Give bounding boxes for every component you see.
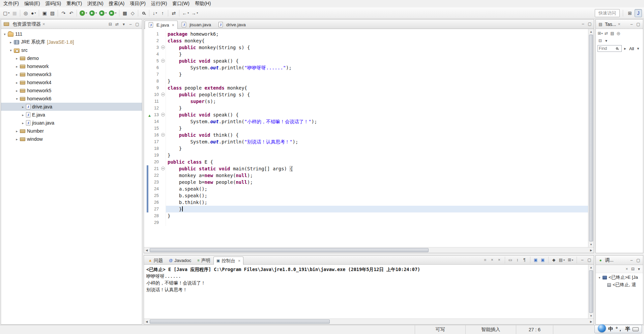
next-annotation-button[interactable]: ↷ [60, 9, 67, 17]
tree-item[interactable]: ▸JRE 系统库 [JavaSE-1.8] [1, 38, 142, 46]
remove-all-terminated-button[interactable]: × [496, 257, 502, 263]
ime-globe-icon[interactable] [598, 324, 606, 332]
external-tools-button[interactable]: ●▾ [30, 9, 37, 17]
scroll-up-icon[interactable]: ▲ [588, 29, 594, 34]
code-text[interactable]: super(s); [166, 98, 588, 105]
scroll-left-icon[interactable]: ◀ [144, 247, 149, 253]
minimize-button[interactable]: – [580, 21, 586, 27]
menu-item[interactable]: 文件(F) [1, 0, 22, 7]
console-vertical-scrollbar[interactable]: ▲ ▼ [588, 265, 594, 319]
fold-collapse-icon[interactable] [161, 93, 165, 96]
show-stdout-changed-button[interactable]: ▣ [533, 257, 539, 263]
link-with-editor-button[interactable]: ⇄ [170, 9, 177, 17]
back-button[interactable]: ←▾ [181, 9, 190, 17]
close-icon[interactable]: × [42, 22, 45, 27]
maximize-button[interactable]: ▢ [636, 257, 641, 263]
code-text[interactable]: b.speak(); [166, 192, 588, 199]
fold-collapse-icon[interactable] [161, 113, 165, 116]
open-console-button[interactable]: ⊞▾ [567, 257, 574, 263]
tree-item[interactable]: ▸homework5 [1, 87, 142, 95]
menu-item[interactable]: 编辑(E) [22, 0, 43, 7]
minimize-button[interactable]: – [629, 257, 634, 263]
next-edit-location-button[interactable]: ↓▾ [151, 9, 158, 17]
menu-item[interactable]: 重构(T) [64, 0, 85, 7]
debug-tree-item[interactable]: <已终止, 退 [596, 281, 643, 289]
console-tab[interactable]: ≡声明 [194, 256, 213, 264]
menu-item[interactable]: 源码(S) [43, 0, 64, 7]
new-java-project-button[interactable]: ▩ [121, 9, 128, 17]
code-lines[interactable]: 1package homework6;2class monkey{3 publi… [144, 29, 588, 247]
scroll-lock-button[interactable]: ↕ [515, 257, 521, 263]
scroll-right-icon[interactable]: ▶ [588, 247, 594, 253]
editor-horizontal-scrollbar[interactable]: ◀ ▶ [144, 247, 594, 253]
view-menu-button[interactable]: ▾ [604, 38, 609, 44]
tree-expand-icon[interactable]: ▸ [14, 65, 19, 68]
dropdown-arrow-icon[interactable]: ▾ [563, 259, 565, 262]
minimize-button[interactable]: – [629, 21, 634, 27]
collapse-all-button[interactable]: ⊟ [597, 38, 603, 44]
menu-item[interactable]: 运行(R) [148, 0, 170, 7]
skip-all-breakpoints-button[interactable]: ◎ [22, 9, 29, 17]
pin-console-button[interactable]: ◆ [551, 257, 557, 263]
code-text[interactable]: } [166, 51, 588, 58]
code-text[interactable]: monkey a=new monkey(null); [166, 172, 588, 179]
tree-item[interactable]: ▸homework4 [1, 78, 142, 87]
editor-tab[interactable]: Jjisuan.java [178, 20, 214, 29]
scrollbar-thumb[interactable] [589, 35, 593, 241]
previous-annotation-button[interactable]: ↶ [67, 9, 75, 17]
menu-item[interactable]: 窗口(W) [170, 0, 192, 7]
tree-expand-icon[interactable]: ▸ [14, 129, 19, 133]
code-text[interactable]: } [166, 125, 588, 132]
code-text[interactable]: System.out.println("小样的，不错嘛！会说话了！"); [166, 118, 588, 125]
tree-expand-icon[interactable]: ▸ [21, 113, 25, 117]
tree-expand-icon[interactable]: ▸ [14, 137, 19, 141]
code-text[interactable]: public monkey(String s) { [166, 44, 588, 51]
code-text[interactable]: public void speak() { [166, 58, 588, 64]
task-find-input[interactable] [599, 46, 616, 51]
maximize-button[interactable]: ▢ [636, 21, 641, 27]
menu-item[interactable]: 浏览(N) [85, 0, 106, 7]
dropdown-arrow-icon[interactable]: ▾ [105, 11, 107, 14]
menu-item[interactable]: 项目(P) [127, 0, 148, 7]
editor-vertical-scrollbar[interactable]: ▲ ▼ [588, 29, 594, 247]
console-tab[interactable]: ▣控制台× [213, 257, 244, 265]
dropdown-arrow-icon[interactable]: ▾ [95, 11, 97, 14]
code-text[interactable]: System.out.println("咿咿呀呀......"); [166, 64, 588, 71]
scrollbar-thumb[interactable] [589, 270, 593, 313]
last-edit-location-button[interactable]: ↑ [159, 9, 166, 17]
run-button[interactable]: ▶▾ [88, 9, 98, 17]
fold-collapse-icon[interactable] [161, 59, 165, 63]
dropdown-arrow-icon[interactable]: ▾ [8, 11, 9, 14]
tree-item[interactable]: ▸window [1, 135, 142, 143]
dropdown-arrow-icon[interactable]: ▾ [187, 11, 189, 14]
code-text[interactable]: } [166, 145, 588, 152]
dropdown-arrow-icon[interactable]: ▾ [602, 32, 603, 35]
code-text[interactable]: } [166, 206, 588, 212]
menu-item[interactable]: 搜索(A) [106, 0, 127, 7]
minimize-button[interactable]: – [579, 257, 585, 263]
task-find-box[interactable] [597, 45, 622, 52]
menu-item[interactable]: 帮助(H) [192, 0, 213, 7]
search-button[interactable] [140, 9, 147, 17]
code-text[interactable]: public static void main(String[] args) { [166, 165, 588, 172]
ime-keyboard-icon[interactable] [633, 327, 639, 331]
scrollbar-thumb[interactable] [150, 248, 429, 252]
code-text[interactable]: public void think() { [166, 132, 588, 138]
dropdown-arrow-icon[interactable]: ▾ [156, 11, 157, 14]
tree-item[interactable]: ▸JE.java [1, 111, 142, 119]
clear-console-button[interactable]: ▭ [507, 257, 514, 263]
terminate-button[interactable]: ■ [482, 257, 488, 263]
debug-button[interactable]: ●▾ [79, 9, 88, 17]
tree-collapse-icon[interactable]: ▾ [8, 48, 13, 52]
scroll-left-icon[interactable]: ◀ [144, 319, 149, 324]
view-menu-button[interactable]: ▾ [636, 266, 642, 272]
task-find-nav-icon[interactable]: ▸ [622, 45, 628, 52]
filter-button[interactable]: ◎ [616, 30, 621, 36]
show-stderr-changed-button[interactable]: ▣ [540, 257, 546, 263]
tree-item[interactable]: ▸homework [1, 62, 142, 70]
tree-item[interactable]: ▾src [1, 46, 142, 54]
code-text[interactable]: public people(String s) { [166, 91, 588, 98]
dropdown-arrow-icon[interactable]: ▾ [86, 11, 87, 14]
code-text[interactable]: class monkey{ [166, 37, 588, 44]
collapse-all-button[interactable]: ⊟ [108, 21, 113, 27]
